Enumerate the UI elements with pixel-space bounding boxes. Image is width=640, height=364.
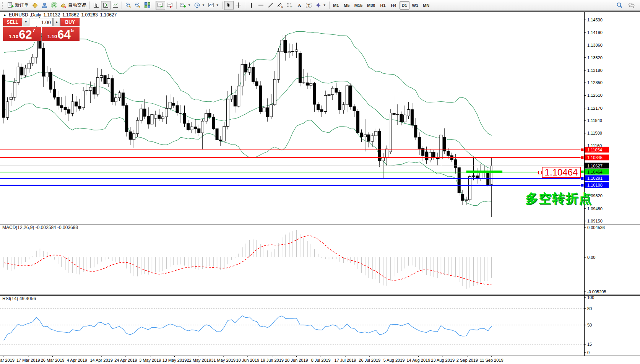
timeframe-button-M15[interactable]: M15 [352, 1, 364, 10]
volume-input[interactable] [30, 18, 53, 26]
zoom-in-button[interactable] [123, 1, 133, 10]
collapse-arrow-icon[interactable]: ▲ [3, 13, 6, 17]
profile-button[interactable] [40, 1, 49, 10]
price-label-1.10845: 1.10845 [585, 154, 609, 160]
toolbar-separator [329, 2, 330, 9]
level-line-handle[interactable] [538, 171, 542, 174]
timeframe-button-W1[interactable]: W1 [410, 1, 421, 10]
svg-text:80: 80 [587, 306, 592, 311]
sell-price-button[interactable]: 1.10 62 7 [3, 27, 41, 41]
current-price-label: 1.10627 [585, 163, 609, 169]
auto-scroll-button[interactable] [156, 1, 165, 10]
timeframe-button-M1[interactable]: M1 [331, 1, 341, 10]
svg-text:22 May 2019: 22 May 2019 [187, 358, 211, 362]
market-watch-icon [32, 2, 38, 8]
signals-button[interactable] [49, 1, 59, 10]
buy-price-button[interactable]: 1.10 64 5 [42, 27, 80, 41]
svg-text:4 Apr 2019: 4 Apr 2019 [67, 358, 87, 362]
line-anchor-marker[interactable] [581, 171, 584, 174]
price-level-callout[interactable]: 1.10464 [542, 167, 581, 178]
chart-shift-button[interactable] [165, 1, 175, 10]
chart-header: ▲ EURUSD-,Daily 1.10132 1.10862 1.09263 … [3, 12, 117, 18]
crosshair-button[interactable] [234, 1, 243, 10]
periods-button[interactable]: ▼ [192, 1, 206, 10]
horizontal-line-icon [258, 2, 264, 8]
line-anchor-marker[interactable] [581, 148, 584, 151]
text-label-button[interactable]: T [304, 1, 314, 10]
market-watch-button[interactable] [30, 1, 40, 10]
candlestick-chart-icon [102, 2, 109, 8]
buy-button[interactable]: BUY [60, 18, 80, 26]
bar-chart-icon [93, 2, 99, 8]
trendline-button[interactable] [266, 1, 275, 10]
sell-button[interactable]: SELL [3, 18, 22, 26]
cursor-button[interactable] [224, 1, 234, 10]
timeframe-button-H1[interactable]: H1 [378, 1, 388, 10]
svg-text:1.12170: 1.12170 [587, 106, 603, 110]
timeframe-button-MN[interactable]: MN [421, 1, 431, 10]
auto-trading-icon [60, 2, 67, 8]
chat-icon [628, 2, 635, 8]
new-order-icon [7, 2, 14, 8]
new-order-button[interactable]: 新订单 [6, 1, 30, 10]
arrows-button[interactable]: ▼ [314, 1, 328, 10]
svg-text:1.12510: 1.12510 [587, 93, 603, 98]
svg-text:10 Jun 2019: 10 Jun 2019 [236, 358, 260, 362]
svg-text:T: T [307, 3, 310, 8]
candlestick-chart-button[interactable] [101, 1, 110, 10]
svg-text:28 Jun 2019: 28 Jun 2019 [285, 358, 308, 362]
rsi-levels [0, 309, 584, 344]
tile-windows-icon [144, 2, 151, 8]
svg-text:1.13860: 1.13860 [587, 43, 603, 47]
horizontal-line-button[interactable] [256, 1, 266, 10]
bar-chart-button[interactable] [91, 1, 101, 10]
line-chart-icon [112, 2, 119, 8]
vertical-line-icon [248, 2, 255, 8]
auto-trading-button[interactable]: 自动交易 [59, 1, 88, 10]
line-anchor-marker[interactable] [581, 177, 584, 180]
new-order-label: 新订单 [15, 2, 29, 8]
timeframe-button-D1[interactable]: D1 [400, 1, 409, 10]
symbol-title: EURUSD-,Daily [9, 12, 41, 18]
svg-text:A: A [297, 2, 301, 8]
line-anchor-marker[interactable] [581, 156, 584, 159]
line-anchor-marker[interactable] [581, 184, 584, 187]
fibonacci-button[interactable]: F [285, 1, 294, 10]
svg-text:17 Mar 2019: 17 Mar 2019 [16, 358, 40, 362]
search-icon [616, 2, 623, 8]
search-button[interactable] [615, 1, 624, 10]
toolbar-right-icons [615, 1, 639, 10]
indicators-button[interactable]: ▼ [178, 1, 192, 10]
arrows-icon [315, 2, 322, 8]
templates-icon [208, 2, 214, 8]
vertical-line-button[interactable] [247, 1, 256, 10]
svg-text:1.11840: 1.11840 [587, 118, 602, 123]
equidistant-channel-button[interactable]: E [275, 1, 285, 10]
toolbar-grip[interactable] [2, 2, 5, 9]
timeframe-group: M1M5M15M30H1H4D1W1MN [331, 1, 431, 10]
toolbar-separator [176, 2, 177, 9]
candles [3, 22, 493, 217]
fibonacci-icon: F [286, 2, 293, 8]
svg-text:17 Jul 2019: 17 Jul 2019 [335, 358, 356, 362]
timeframe-button-M30[interactable]: M30 [365, 1, 377, 10]
indicators-icon [180, 2, 186, 8]
svg-text:31 May 2019: 31 May 2019 [211, 358, 236, 362]
bollinger-upper [4, 31, 492, 135]
text-button[interactable]: A [294, 1, 304, 10]
timeframe-button-H4[interactable]: H4 [389, 1, 399, 10]
line-chart-button[interactable] [110, 1, 120, 10]
volume-decrease-button[interactable]: ▼ [23, 18, 29, 26]
turning-point-annotation[interactable]: 多空转折点 [525, 190, 592, 207]
toolbar-separator [245, 2, 245, 9]
timeframe-button-M5[interactable]: M5 [342, 1, 352, 10]
templates-button[interactable]: ▼ [206, 1, 221, 10]
svg-text:0.00: 0.00 [587, 255, 595, 260]
chat-button[interactable] [627, 1, 636, 10]
svg-text:E: E [281, 6, 283, 8]
tile-windows-button[interactable] [143, 1, 152, 10]
chart-canvas[interactable]: 1.145301.141901.138601.135201.131801.128… [0, 0, 640, 364]
zoom-out-button[interactable] [133, 1, 143, 10]
svg-text:-0.005205: -0.005205 [587, 289, 606, 294]
volume-increase-button[interactable]: ▲ [53, 18, 60, 26]
